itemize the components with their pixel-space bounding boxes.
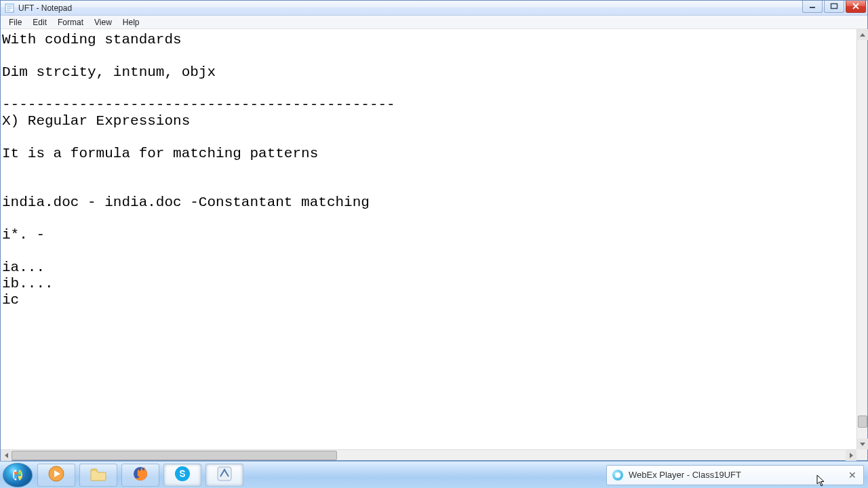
minimize-button[interactable]	[802, 1, 823, 13]
scroll-right-arrow-icon[interactable]	[846, 450, 856, 461]
vertical-scrollbar[interactable]	[856, 29, 867, 449]
taskbar-uft[interactable]	[205, 464, 243, 487]
scroll-corner	[856, 449, 867, 460]
svg-rect-4	[18, 472, 21, 474]
menu-file[interactable]: File	[3, 16, 27, 28]
svg-rect-3	[14, 472, 17, 474]
menubar: File Edit Format View Help	[1, 16, 867, 29]
text-editor[interactable]: With coding standards Dim strcity, intnu…	[1, 29, 856, 449]
media-player-icon	[48, 466, 64, 485]
titlebar[interactable]: UFT - Notepad	[1, 1, 867, 16]
taskbar[interactable]: WebEx Player - Class19UFT ✕	[0, 461, 868, 488]
menu-help[interactable]: Help	[117, 16, 145, 28]
firefox-icon	[132, 466, 149, 485]
close-button[interactable]	[846, 1, 866, 13]
uft-icon	[216, 466, 233, 485]
taskbar-explorer[interactable]	[79, 464, 117, 487]
skype-icon	[174, 466, 191, 485]
window-title: UFT - Notepad	[18, 3, 72, 13]
svg-point-12	[615, 472, 620, 478]
svg-rect-1	[831, 4, 837, 9]
notification-popup[interactable]: WebEx Player - Class19UFT ✕	[606, 465, 864, 485]
horizontal-scroll-thumb[interactable]	[12, 451, 337, 460]
notepad-window: UFT - Notepad File Edit Format View Help…	[0, 0, 868, 461]
notepad-icon	[5, 3, 14, 13]
taskbar-skype[interactable]	[163, 464, 201, 487]
vertical-scroll-thumb[interactable]	[858, 415, 867, 428]
notification-text: WebEx Player - Class19UFT	[629, 470, 847, 480]
start-button[interactable]	[3, 463, 33, 487]
taskbar-media-player[interactable]	[37, 464, 75, 487]
editor-area: With coding standards Dim strcity, intnu…	[1, 29, 867, 460]
window-controls	[802, 1, 867, 15]
menu-format[interactable]: Format	[52, 16, 89, 28]
notification-close-icon[interactable]: ✕	[847, 470, 858, 481]
scroll-up-arrow-icon[interactable]	[857, 29, 868, 40]
svg-rect-6	[18, 476, 21, 479]
horizontal-scrollbar[interactable]	[1, 449, 856, 460]
taskbar-firefox[interactable]	[121, 464, 159, 487]
scroll-down-arrow-icon[interactable]	[857, 439, 868, 449]
folder-icon	[90, 466, 107, 484]
menu-view[interactable]: View	[89, 16, 117, 28]
maximize-button[interactable]	[824, 1, 844, 13]
webex-icon	[612, 470, 623, 481]
svg-rect-5	[14, 476, 17, 479]
scroll-left-arrow-icon[interactable]	[1, 450, 12, 461]
menu-edit[interactable]: Edit	[27, 16, 52, 28]
